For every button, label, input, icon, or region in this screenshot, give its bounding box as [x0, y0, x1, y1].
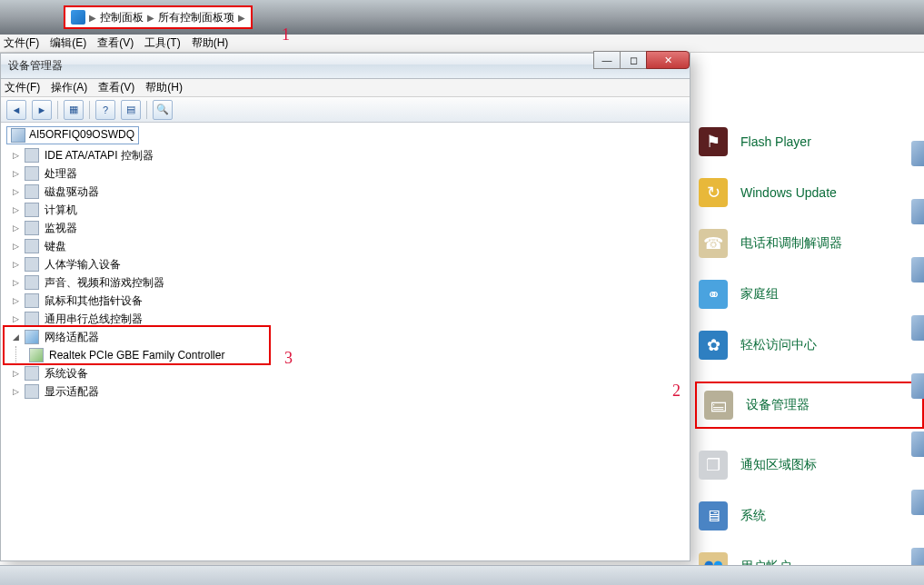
menu-action[interactable]: 操作(A): [51, 80, 87, 95]
control-panel-item[interactable]: ☎电话和调制解调器: [695, 229, 924, 258]
scan-hardware-button[interactable]: 🔍: [153, 100, 173, 120]
window-title: 设备管理器: [8, 58, 63, 74]
menu-tools[interactable]: 工具(T): [144, 35, 180, 51]
expand-icon[interactable]: ▷: [10, 223, 21, 233]
control-panel-item[interactable]: ↻Windows Update: [695, 178, 924, 207]
tree-node[interactable]: ▷磁盘驱动器: [6, 183, 684, 201]
annotation-3: 3: [284, 349, 293, 368]
breadcrumb[interactable]: ▶ 控制面板 ▶ 所有控制面板项 ▶: [64, 5, 253, 29]
chevron-right-icon: ▶: [147, 13, 154, 23]
control-panel-item-label: 电话和调制解调器: [740, 235, 842, 252]
device-category-icon: [25, 275, 39, 290]
tree-node-realtek-nic[interactable]: Realtek PCIe GBE Family Controller: [27, 346, 684, 364]
window-controls: — ◻ ✕: [594, 51, 690, 69]
control-panel-item-label: 家庭组: [740, 286, 779, 302]
menu-help[interactable]: 帮助(H): [145, 80, 183, 95]
menu-view[interactable]: 查看(V): [97, 35, 134, 51]
root-label: AI5ORFIQ09OSWDQ: [29, 128, 134, 141]
expand-icon[interactable]: ▷: [10, 278, 21, 287]
control-panel-item[interactable]: ✿轻松访问中心: [695, 331, 924, 360]
devmgr-menubar: 文件(F) 操作(A) 查看(V) 帮助(H): [1, 79, 690, 97]
node-label: 键盘: [45, 239, 66, 254]
tree-root[interactable]: AI5ORFIQ09OSWDQ: [6, 126, 139, 144]
tree-node[interactable]: ▷通用串行总线控制器: [6, 310, 684, 328]
device-category-icon: [25, 203, 39, 217]
edge-peek-icons: [911, 141, 924, 585]
menu-view[interactable]: 查看(V): [98, 80, 134, 95]
control-panel-item-icon: 🖴: [704, 391, 733, 420]
separator: [146, 101, 147, 119]
expand-icon[interactable]: ▷: [10, 369, 21, 378]
toolbar-button[interactable]: ▤: [121, 100, 141, 120]
computer-icon: [11, 128, 25, 143]
collapse-icon[interactable]: ◢: [10, 332, 21, 342]
close-button[interactable]: ✕: [646, 51, 690, 69]
device-category-icon: [25, 366, 39, 381]
control-panel-item-icon: ⚭: [699, 280, 728, 309]
menu-file[interactable]: 文件(F): [5, 80, 40, 95]
control-panel-item-label: Flash Player: [740, 134, 811, 149]
tree-node[interactable]: ▷声音、视频和游戏控制器: [6, 273, 684, 292]
tree-node[interactable]: ▷键盘: [6, 237, 684, 255]
node-label: 系统设备: [45, 366, 88, 382]
annotation-1: 1: [282, 25, 290, 45]
control-panel-item-icon: ↻: [699, 178, 728, 207]
tree-node[interactable]: ▷鼠标和其他指针设备: [6, 292, 684, 310]
control-panel-item-label: Windows Update: [740, 185, 837, 200]
control-panel-item-icon: ✿: [699, 331, 728, 360]
breadcrumb-part[interactable]: 所有控制面板项: [158, 10, 234, 25]
expand-icon[interactable]: ▷: [10, 387, 21, 396]
control-panel-item[interactable]: ⚭家庭组: [695, 280, 924, 309]
control-panel-item-icon: ⚑: [699, 127, 728, 156]
expand-icon[interactable]: ▷: [10, 151, 21, 160]
control-panel-item[interactable]: ❐通知区域图标: [695, 451, 924, 480]
control-panel-item[interactable]: 🖥系统: [695, 501, 924, 530]
help-button[interactable]: ?: [95, 100, 115, 120]
expand-icon[interactable]: ▷: [10, 296, 21, 305]
back-button[interactable]: ◄: [6, 100, 26, 120]
breadcrumb-part[interactable]: 控制面板: [100, 10, 144, 25]
titlebar[interactable]: 设备管理器 — ◻ ✕: [1, 54, 690, 79]
menu-help[interactable]: 帮助(H): [192, 35, 229, 51]
device-category-icon: [25, 166, 39, 181]
control-panel-item[interactable]: ⚑Flash Player: [695, 127, 924, 156]
explorer-menubar: 文件(F) 编辑(E) 查看(V) 工具(T) 帮助(H): [0, 35, 924, 53]
network-adapter-icon: [25, 330, 39, 344]
control-panel-item[interactable]: 🖴设备管理器: [695, 382, 924, 429]
tree-node[interactable]: ▷监视器: [6, 219, 684, 237]
chevron-right-icon: ▶: [238, 13, 245, 23]
node-label: 磁盘驱动器: [45, 184, 99, 200]
expand-icon[interactable]: ▷: [10, 205, 21, 214]
expand-icon[interactable]: ▷: [10, 260, 21, 269]
tree-node[interactable]: ▷计算机: [6, 201, 684, 219]
menu-file[interactable]: 文件(F): [4, 35, 39, 51]
tree-node[interactable]: ▷系统设备: [6, 364, 684, 382]
expand-icon[interactable]: ▷: [10, 169, 21, 178]
menu-edit[interactable]: 编辑(E): [50, 35, 86, 51]
chevron-right-icon: ▶: [89, 13, 96, 23]
control-panel-item-label: 设备管理器: [746, 397, 810, 413]
address-bar: ▶ 控制面板 ▶ 所有控制面板项 ▶: [0, 0, 924, 35]
minimize-button[interactable]: —: [593, 51, 621, 69]
expand-icon[interactable]: ▷: [10, 314, 21, 323]
device-category-icon: [25, 184, 39, 199]
devmgr-toolbar: ◄ ► ▦ ? ▤ 🔍: [1, 97, 690, 123]
control-panel-item-label: 轻松访问中心: [740, 337, 817, 353]
node-label: 显示适配器: [45, 384, 99, 400]
maximize-button[interactable]: ◻: [620, 51, 647, 69]
tree-node[interactable]: ▷显示适配器: [6, 382, 684, 401]
device-category-icon: [25, 384, 39, 399]
toolbar-button[interactable]: ▦: [64, 100, 84, 120]
expand-icon[interactable]: ▷: [10, 242, 21, 251]
forward-button[interactable]: ►: [32, 100, 52, 120]
tree-node[interactable]: ▷人体学输入设备: [6, 255, 684, 273]
expand-icon[interactable]: ▷: [10, 187, 21, 196]
node-label: 通用串行总线控制器: [45, 312, 143, 327]
annotation-2: 2: [672, 382, 681, 401]
tree-node-network-adapters[interactable]: ◢ 网络适配器: [6, 328, 684, 346]
tree-node[interactable]: ▷处理器: [6, 164, 684, 183]
tree-node[interactable]: ▷IDE ATA/ATAPI 控制器: [6, 146, 684, 164]
node-label: Realtek PCIe GBE Family Controller: [49, 349, 224, 362]
separator: [89, 101, 90, 119]
device-tree[interactable]: AI5ORFIQ09OSWDQ ▷IDE ATA/ATAPI 控制器▷处理器▷磁…: [1, 123, 690, 404]
